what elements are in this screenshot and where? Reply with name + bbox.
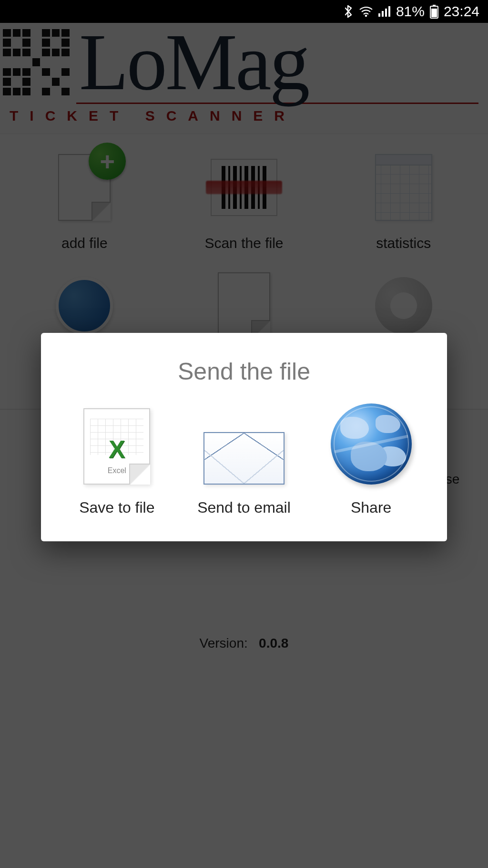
send-file-dialog: Send the file X Excel Save to file Send … bbox=[41, 333, 447, 541]
excel-tag: Excel bbox=[84, 466, 149, 475]
send-to-email-label: Send to email bbox=[197, 499, 291, 517]
save-to-file-label: Save to file bbox=[79, 499, 154, 517]
svg-rect-6 bbox=[431, 9, 437, 17]
svg-rect-2 bbox=[382, 11, 384, 17]
svg-rect-4 bbox=[388, 6, 390, 17]
svg-point-0 bbox=[365, 15, 367, 17]
cell-signal-icon bbox=[378, 6, 391, 17]
share-label: Share bbox=[351, 499, 391, 517]
clock: 23:24 bbox=[444, 3, 479, 20]
excel-file-icon: X Excel bbox=[83, 408, 150, 485]
battery-percent: 81% bbox=[396, 3, 425, 20]
dialog-options: X Excel Save to file Send to email Share bbox=[55, 403, 433, 517]
envelope-icon bbox=[203, 432, 285, 485]
send-to-email-option[interactable]: Send to email bbox=[197, 432, 291, 517]
dialog-title: Send the file bbox=[55, 358, 433, 385]
wifi-icon bbox=[359, 6, 373, 17]
svg-rect-7 bbox=[433, 5, 436, 6]
svg-rect-1 bbox=[378, 13, 380, 17]
share-option[interactable]: Share bbox=[331, 403, 412, 517]
save-to-file-option[interactable]: X Excel Save to file bbox=[79, 408, 154, 517]
svg-rect-3 bbox=[385, 9, 387, 17]
globe-icon bbox=[331, 403, 412, 485]
battery-icon bbox=[429, 4, 439, 19]
bluetooth-icon bbox=[343, 4, 354, 19]
